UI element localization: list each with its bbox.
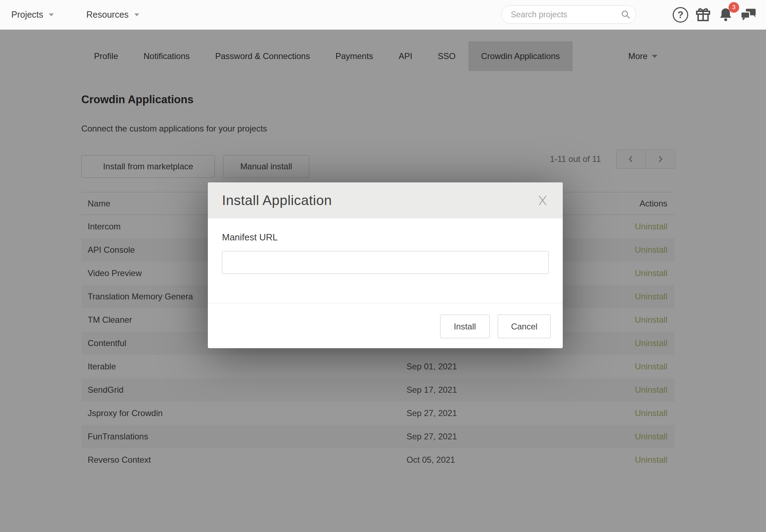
search-input[interactable] <box>501 5 636 24</box>
manifest-url-input[interactable] <box>222 251 549 274</box>
gift-button[interactable] <box>692 4 714 26</box>
install-application-modal: Install Application Manifest URL Install… <box>208 182 563 348</box>
chat-icon <box>740 7 756 22</box>
chevron-down-icon <box>134 13 139 16</box>
resources-menu[interactable]: Resources <box>86 10 139 20</box>
search-icon[interactable] <box>621 10 631 19</box>
install-button[interactable]: Install <box>440 315 490 338</box>
navbar-icons: ? 3 <box>669 0 760 30</box>
resources-menu-label: Resources <box>86 10 129 20</box>
projects-menu[interactable]: Projects <box>11 10 54 20</box>
notifications-button[interactable]: 3 <box>714 4 737 26</box>
gift-icon <box>695 6 712 23</box>
modal-footer: Install Cancel <box>440 315 551 338</box>
messages-button[interactable] <box>737 4 760 26</box>
modal-title: Install Application <box>222 193 332 208</box>
modal-footer-divider <box>208 303 563 303</box>
help-button[interactable]: ? <box>669 4 692 26</box>
manifest-url-label: Manifest URL <box>222 232 278 243</box>
screen: Profile Notifications Password & Connect… <box>0 0 766 532</box>
search-container <box>501 5 636 24</box>
chevron-down-icon <box>49 13 54 16</box>
close-button[interactable] <box>537 194 548 206</box>
top-navbar: Projects Resources ? <box>0 0 766 30</box>
cancel-button[interactable]: Cancel <box>498 315 551 338</box>
modal-header: Install Application <box>208 182 563 218</box>
close-icon <box>537 194 548 206</box>
help-icon: ? <box>673 7 688 23</box>
projects-menu-label: Projects <box>11 10 43 20</box>
